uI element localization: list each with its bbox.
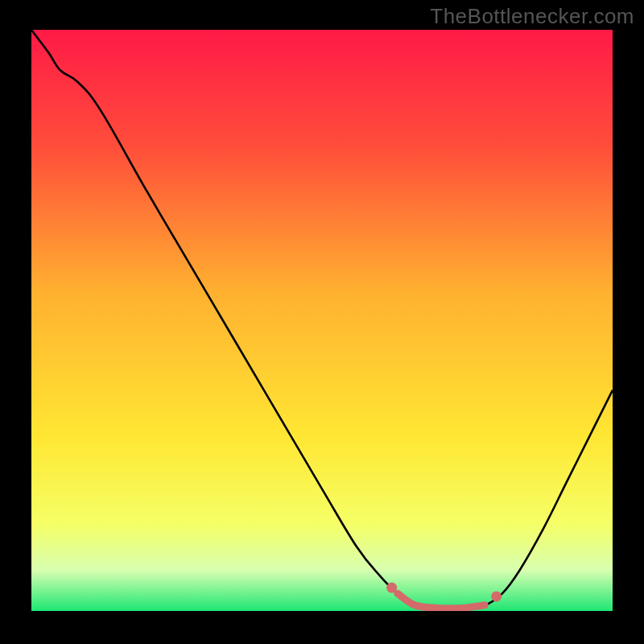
gradient-background bbox=[31, 30, 613, 611]
chart-svg bbox=[31, 30, 613, 611]
chart-container: TheBottleneсker.com bbox=[0, 0, 644, 644]
optimal-range-dot bbox=[491, 591, 502, 601]
watermark-text: TheBottleneсker.com bbox=[430, 4, 634, 29]
plot-area bbox=[31, 30, 613, 611]
optimal-range-dot bbox=[386, 583, 397, 593]
